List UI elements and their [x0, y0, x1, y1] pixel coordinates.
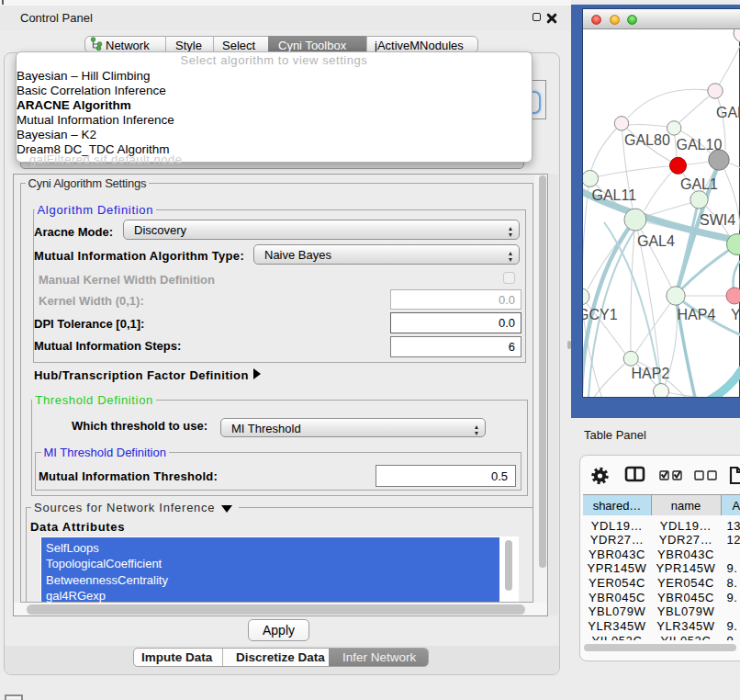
svg-text:GAL7: GAL7 [716, 105, 740, 120]
svg-text:YB: YB [731, 307, 740, 322]
svg-text:GAL4: GAL4 [637, 233, 675, 249]
svg-text:SWI4: SWI4 [700, 212, 735, 228]
svg-text:HAP4: HAP4 [678, 307, 716, 322]
svg-text:GAL10: GAL10 [677, 137, 723, 152]
svg-text:GAL80: GAL80 [624, 132, 670, 148]
svg-text:HAP2: HAP2 [632, 366, 670, 381]
svg-text:GAL11: GAL11 [592, 187, 637, 203]
svg-text:GCY1: GCY1 [583, 307, 618, 322]
svg-text:GAL1: GAL1 [680, 176, 718, 192]
